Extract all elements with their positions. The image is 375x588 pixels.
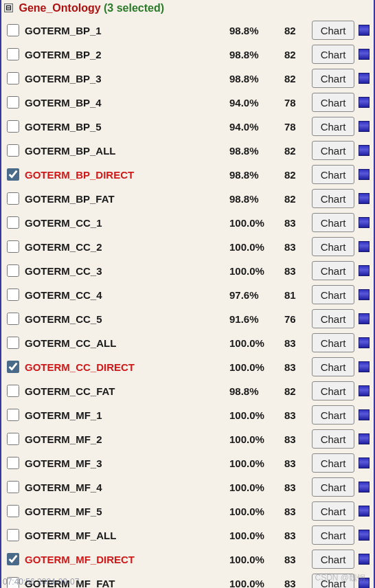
term-checkbox[interactable] [7,409,19,421]
chart-button[interactable]: Chart [312,117,354,136]
term-count: 78 [284,97,312,109]
term-checkbox[interactable] [7,192,19,205]
term-count: 82 [284,145,312,157]
term-percent: 94.0% [229,97,284,109]
chart-button[interactable]: Chart [312,237,354,256]
bar-icon[interactable] [359,169,370,180]
term-count: 83 [284,506,312,517]
term-checkbox[interactable] [7,553,19,565]
annotation-row: GOTERM_BP_494.0%78Chart [1,91,374,115]
annotation-row: GOTERM_BP_ALL98.8%82Chart [1,139,374,163]
chart-button[interactable]: Chart [312,333,354,352]
term-checkbox[interactable] [7,457,19,469]
chart-button[interactable]: Chart [312,93,354,112]
bar-icon[interactable] [359,145,370,156]
term-percent: 98.8% [229,193,284,205]
term-count: 83 [284,361,312,373]
bar-icon[interactable] [359,217,370,228]
bar-icon[interactable] [359,241,370,252]
bar-icon[interactable] [359,385,370,396]
annotation-row: GOTERM_CC_FAT98.8%82Chart [1,379,374,403]
chart-button[interactable]: Chart [312,405,354,425]
chart-button[interactable]: Chart [312,429,354,449]
term-count: 83 [284,457,312,469]
annotation-row: GOTERM_CC_DIRECT100.0%83Chart [1,355,374,379]
chart-button[interactable]: Chart [312,69,354,88]
term-checkbox[interactable] [7,120,19,133]
term-percent: 98.8% [229,49,284,60]
bar-icon[interactable] [359,313,370,324]
bar-icon[interactable] [359,25,370,36]
term-checkbox[interactable] [7,24,19,36]
chart-button[interactable]: Chart [312,21,354,40]
term-checkbox[interactable] [7,289,19,301]
term-checkbox[interactable] [7,168,19,181]
chart-button[interactable]: Chart [312,550,354,569]
annotation-row: GOTERM_MF_1100.0%83Chart [1,403,374,427]
annotation-row: GOTERM_CC_2100.0%83Chart [1,235,374,259]
bar-icon[interactable] [359,554,370,565]
bar-icon[interactable] [359,506,370,517]
chart-button[interactable]: Chart [312,381,354,400]
bar-icon[interactable] [359,337,370,348]
annotation-row: GOTERM_BP_FAT98.8%82Chart [1,187,374,211]
timestamp-overlay: 07:40:56 2024-09-07 [3,577,79,587]
term-checkbox[interactable] [7,313,19,325]
bar-icon[interactable] [359,482,370,493]
term-checkbox[interactable] [7,240,19,253]
chart-button[interactable]: Chart [312,45,354,64]
chart-button[interactable]: Chart [312,285,354,304]
chart-button[interactable]: Chart [312,165,354,184]
term-percent: 100.0% [229,217,284,229]
chart-button[interactable]: Chart [312,477,354,497]
bar-icon[interactable] [359,265,370,276]
bar-icon[interactable] [359,97,370,108]
annotation-row: GOTERM_BP_594.0%78Chart [1,115,374,139]
term-name: GOTERM_BP_4 [25,97,229,109]
term-name: GOTERM_CC_4 [25,289,229,301]
term-checkbox[interactable] [7,505,19,517]
chart-button[interactable]: Chart [312,453,354,473]
annotation-row: GOTERM_BP_198.8%82Chart [1,19,374,43]
section-title: Gene_Ontology [19,2,100,14]
term-checkbox[interactable] [7,72,19,84]
chart-button[interactable]: Chart [312,213,354,232]
annotation-row: GOTERM_MF_5100.0%83Chart [1,499,374,523]
term-checkbox[interactable] [7,361,19,373]
chart-button[interactable]: Chart [312,357,354,376]
bar-icon[interactable] [359,193,370,204]
annotation-row: GOTERM_BP_298.8%82Chart [1,43,374,67]
term-checkbox[interactable] [7,481,19,493]
term-checkbox[interactable] [7,96,19,109]
term-checkbox[interactable] [7,385,19,397]
chart-button[interactable]: Chart [312,501,354,521]
annotation-row: GOTERM_BP_DIRECT98.8%82Chart [1,163,374,187]
bar-icon[interactable] [359,457,370,468]
bar-icon[interactable] [359,121,370,132]
chart-button[interactable]: Chart [312,309,354,328]
collapse-icon[interactable]: ⊟ [4,3,13,12]
chart-button[interactable]: Chart [312,525,354,545]
term-checkbox[interactable] [7,264,19,277]
bar-icon[interactable] [359,289,370,300]
bar-icon[interactable] [359,530,370,541]
term-name: GOTERM_CC_1 [25,217,229,229]
term-checkbox[interactable] [7,48,19,60]
annotation-row: GOTERM_MF_ALL100.0%83Chart [1,523,374,547]
chart-button[interactable]: Chart [312,141,354,160]
chart-button[interactable]: Chart [312,261,354,280]
bar-icon[interactable] [359,49,370,60]
term-checkbox[interactable] [7,529,19,541]
term-checkbox[interactable] [7,433,19,445]
term-checkbox[interactable] [7,144,19,157]
bar-icon[interactable] [359,409,370,420]
chart-button[interactable]: Chart [312,189,354,208]
bar-icon[interactable] [359,433,370,444]
bar-icon[interactable] [359,73,370,84]
bar-icon[interactable] [359,361,370,372]
term-checkbox[interactable] [7,216,19,229]
term-checkbox[interactable] [7,337,19,349]
term-count: 83 [284,433,312,445]
term-count: 83 [284,554,312,565]
term-percent: 98.8% [229,25,284,36]
